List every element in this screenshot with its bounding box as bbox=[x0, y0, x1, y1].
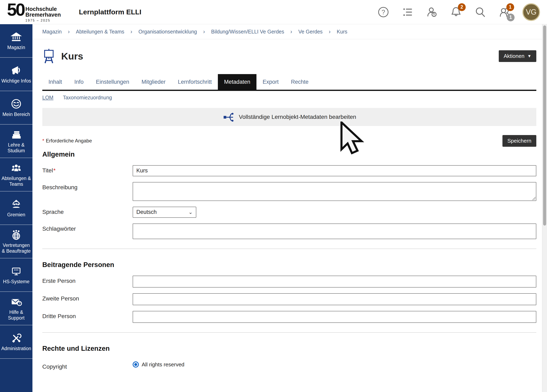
field-row-erste-person: Erste Person bbox=[42, 276, 536, 288]
help-icon[interactable]: ? bbox=[377, 6, 390, 19]
field-row-sprache: Sprache Deutsch ⌄ bbox=[42, 207, 536, 218]
beschreibung-textarea[interactable] bbox=[133, 182, 536, 201]
page-title-row: Kurs Aktionen ▼ bbox=[42, 44, 536, 68]
field-row-zweite-person: Zweite Person bbox=[42, 293, 536, 305]
sidebar-item-administration[interactable]: Administration bbox=[0, 325, 33, 359]
sidebar-item-vertretungen[interactable]: Vertretungen & Beauftragte bbox=[0, 225, 33, 258]
sidebar-item-hilfe-support[interactable]: ? Hilfe & Support bbox=[0, 292, 33, 325]
notifications-bell-icon[interactable]: 2 bbox=[450, 6, 462, 19]
section-heading-allgemein: Allgemein bbox=[42, 150, 536, 158]
chevron-right-icon: › bbox=[130, 28, 132, 35]
university-logo[interactable]: 50 Hochschule Bremerhaven 1975 – 2025 bbox=[7, 2, 61, 23]
dritte-person-label: Dritte Person bbox=[42, 311, 133, 319]
sidebar-item-mein-bereich[interactable]: Mein Bereich bbox=[0, 91, 33, 125]
svg-text:?: ? bbox=[382, 8, 385, 16]
copyright-radio-selected[interactable] bbox=[133, 361, 139, 368]
copyright-radio-group: All rights reserved bbox=[133, 361, 185, 368]
breadcrumb-kurs[interactable]: Kurs bbox=[337, 29, 347, 35]
tab-inhalt[interactable]: Inhalt bbox=[42, 74, 68, 90]
course-easel-icon bbox=[42, 48, 55, 64]
zweite-person-input[interactable] bbox=[133, 293, 536, 305]
sidebar-item-wichtige-infos[interactable]: Wichtige Infos bbox=[0, 58, 33, 91]
svg-text:***: *** bbox=[14, 268, 19, 273]
logo-line1: Hochschule bbox=[26, 6, 61, 12]
speichern-button[interactable]: Speichern bbox=[502, 135, 536, 147]
copyright-option-label: All rights reserved bbox=[142, 361, 185, 368]
logo-years: 1975 – 2025 bbox=[26, 19, 61, 22]
required-note: *Erforderliche Angabe bbox=[42, 138, 92, 144]
resize-grip-icon[interactable] bbox=[532, 197, 535, 200]
committee-icon bbox=[10, 198, 22, 210]
erste-person-label: Erste Person bbox=[42, 276, 133, 284]
field-row-schlagwoerter: Schlagwörter bbox=[42, 223, 536, 239]
platform-title: Lernplattform ELLI bbox=[79, 8, 141, 16]
dritte-person-input[interactable] bbox=[133, 311, 536, 323]
breadcrumb: Magazin › Abteilungen & Teams › Organisa… bbox=[33, 24, 542, 39]
metadata-branch-icon bbox=[222, 111, 234, 123]
section-divider bbox=[42, 249, 536, 249]
sidebar-item-lehre-studium[interactable]: Lehre & Studium bbox=[0, 125, 33, 158]
sidebar-item-hs-systeme[interactable]: *** HS-Systeme bbox=[0, 258, 33, 292]
tab-einstellungen[interactable]: Einstellungen bbox=[90, 74, 135, 90]
tab-metadaten[interactable]: Metadaten bbox=[218, 74, 256, 90]
vertical-scrollbar[interactable] bbox=[542, 24, 547, 392]
chevron-down-icon: ⌄ bbox=[189, 209, 193, 215]
application-window: 50 Hochschule Bremerhaven 1975 – 2025 Le… bbox=[0, 0, 547, 392]
zweite-person-label: Zweite Person bbox=[42, 293, 133, 302]
sidebar-item-magazin[interactable]: Magazin bbox=[0, 24, 33, 58]
tools-icon bbox=[10, 332, 22, 344]
section-divider bbox=[42, 332, 536, 333]
edit-full-metadata-label: Vollständige Lernobjekt-Metadaten bearbe… bbox=[239, 114, 356, 120]
schlagwoerter-label: Schlagwörter bbox=[42, 223, 133, 232]
monitor-icon: *** bbox=[10, 265, 22, 277]
field-row-copyright: Copyright All rights reserved bbox=[42, 361, 536, 370]
breadcrumb-organisationsentwicklung[interactable]: Organisationsentwicklung bbox=[138, 29, 197, 35]
main-content: Magazin › Abteilungen & Teams › Organisa… bbox=[33, 24, 542, 392]
tab-info[interactable]: Info bbox=[68, 74, 90, 90]
notifications-badge: 2 bbox=[458, 3, 466, 11]
breadcrumb-abteilungen-teams[interactable]: Abteilungen & Teams bbox=[76, 29, 124, 35]
sidebar-item-abteilungen-teams[interactable]: Abteilungen & Teams bbox=[0, 158, 33, 191]
field-row-titel: Titel* bbox=[42, 165, 536, 176]
user-avatar[interactable]: VG bbox=[522, 3, 540, 21]
aktionen-button[interactable]: Aktionen ▼ bbox=[499, 50, 536, 62]
scrollbar-thumb[interactable] bbox=[543, 26, 546, 226]
edit-full-metadata-banner[interactable]: Vollständige Lernobjekt-Metadaten bearbe… bbox=[42, 108, 536, 126]
tab-lernfortschritt[interactable]: Lernfortschritt bbox=[172, 74, 218, 90]
contacts-new-badge: 1 bbox=[506, 3, 514, 11]
mail-help-icon: ? bbox=[10, 296, 22, 307]
logo-50: 50 bbox=[7, 2, 24, 17]
titel-input[interactable] bbox=[133, 165, 536, 176]
tab-mitglieder[interactable]: Mitglieder bbox=[135, 74, 172, 90]
people-group-icon bbox=[10, 162, 22, 174]
member-activity-icon[interactable] bbox=[425, 6, 438, 19]
section-heading-beitragende: Beitragende Personen bbox=[42, 261, 536, 269]
beschreibung-label: Beschreibung bbox=[42, 182, 133, 191]
contacts-icon[interactable]: 1 1 bbox=[498, 6, 511, 19]
globe-people-icon bbox=[10, 229, 22, 241]
chevron-right-icon: › bbox=[329, 28, 331, 35]
todo-list-icon[interactable] bbox=[401, 6, 414, 19]
sprache-select[interactable]: Deutsch ⌄ bbox=[133, 207, 196, 218]
chevron-right-icon: › bbox=[68, 28, 70, 35]
tab-bar: Inhalt Info Einstellungen Mitglieder Ler… bbox=[42, 74, 536, 91]
breadcrumb-magazin[interactable]: Magazin bbox=[42, 29, 62, 35]
search-icon[interactable] bbox=[474, 6, 487, 19]
header-icon-bar: ? bbox=[377, 3, 540, 21]
erste-person-input[interactable] bbox=[133, 276, 536, 288]
subtab-lom[interactable]: LOM bbox=[42, 95, 53, 101]
sidebar-item-gremien[interactable]: Gremien bbox=[0, 191, 33, 225]
copyright-label: Copyright bbox=[42, 361, 133, 370]
schlagwoerter-input[interactable] bbox=[133, 223, 536, 239]
tab-export[interactable]: Export bbox=[256, 74, 285, 90]
books-icon bbox=[10, 129, 22, 140]
tab-rechte[interactable]: Rechte bbox=[285, 74, 315, 90]
field-row-dritte-person: Dritte Person bbox=[42, 311, 536, 323]
breadcrumb-bildung-wissen[interactable]: Bildung/Wissen/ELLI Ve Gerdes bbox=[211, 29, 284, 35]
svg-text:?: ? bbox=[19, 302, 21, 306]
section-heading-rechte: Rechte und Lizenzen bbox=[42, 345, 536, 352]
subtab-taxonomiezuordnung[interactable]: Taxonomiezuordnung bbox=[63, 95, 112, 101]
breadcrumb-ve-gerdes[interactable]: Ve Gerdes bbox=[298, 29, 322, 35]
form-header-row: *Erforderliche Angabe Speichern bbox=[42, 135, 536, 147]
smiley-icon bbox=[10, 98, 22, 110]
